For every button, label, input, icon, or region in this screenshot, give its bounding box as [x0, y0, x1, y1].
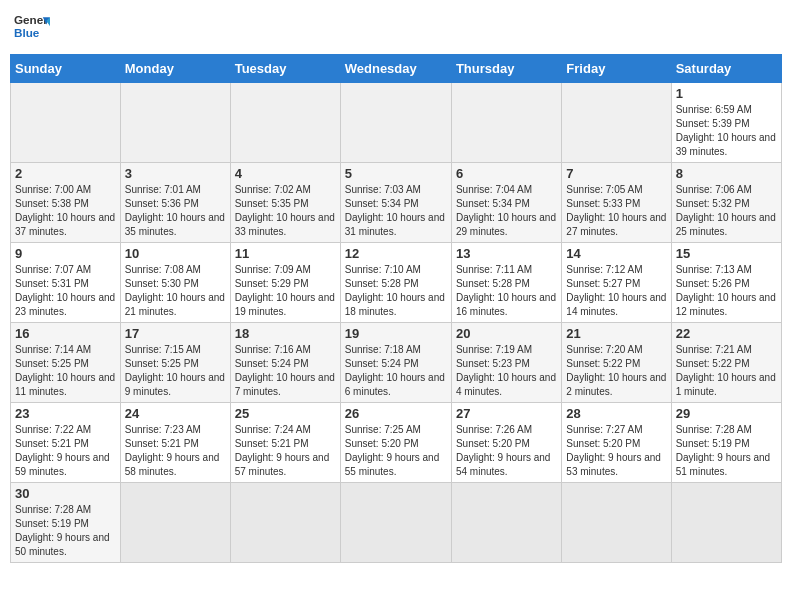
calendar-cell	[120, 83, 230, 163]
calendar-cell	[11, 83, 121, 163]
day-info: Sunrise: 6:59 AM Sunset: 5:39 PM Dayligh…	[676, 103, 777, 159]
day-number: 20	[456, 326, 557, 341]
weekday-header-tuesday: Tuesday	[230, 55, 340, 83]
day-info: Sunrise: 7:02 AM Sunset: 5:35 PM Dayligh…	[235, 183, 336, 239]
day-number: 4	[235, 166, 336, 181]
calendar-cell: 7Sunrise: 7:05 AM Sunset: 5:33 PM Daylig…	[562, 163, 671, 243]
calendar-cell: 18Sunrise: 7:16 AM Sunset: 5:24 PM Dayli…	[230, 323, 340, 403]
logo-area: General Blue	[14, 10, 50, 46]
calendar-cell: 6Sunrise: 7:04 AM Sunset: 5:34 PM Daylig…	[451, 163, 561, 243]
calendar-cell: 8Sunrise: 7:06 AM Sunset: 5:32 PM Daylig…	[671, 163, 781, 243]
day-number: 17	[125, 326, 226, 341]
day-number: 7	[566, 166, 666, 181]
calendar-cell: 2Sunrise: 7:00 AM Sunset: 5:38 PM Daylig…	[11, 163, 121, 243]
day-info: Sunrise: 7:25 AM Sunset: 5:20 PM Dayligh…	[345, 423, 447, 479]
day-number: 11	[235, 246, 336, 261]
day-info: Sunrise: 7:09 AM Sunset: 5:29 PM Dayligh…	[235, 263, 336, 319]
day-number: 15	[676, 246, 777, 261]
svg-text:Blue: Blue	[14, 26, 40, 39]
day-info: Sunrise: 7:13 AM Sunset: 5:26 PM Dayligh…	[676, 263, 777, 319]
day-number: 25	[235, 406, 336, 421]
calendar-cell	[451, 483, 561, 563]
day-info: Sunrise: 7:04 AM Sunset: 5:34 PM Dayligh…	[456, 183, 557, 239]
day-info: Sunrise: 7:03 AM Sunset: 5:34 PM Dayligh…	[345, 183, 447, 239]
calendar-cell: 10Sunrise: 7:08 AM Sunset: 5:30 PM Dayli…	[120, 243, 230, 323]
day-info: Sunrise: 7:11 AM Sunset: 5:28 PM Dayligh…	[456, 263, 557, 319]
calendar-cell: 21Sunrise: 7:20 AM Sunset: 5:22 PM Dayli…	[562, 323, 671, 403]
day-number: 30	[15, 486, 116, 501]
calendar-cell	[562, 83, 671, 163]
weekday-header-thursday: Thursday	[451, 55, 561, 83]
day-info: Sunrise: 7:19 AM Sunset: 5:23 PM Dayligh…	[456, 343, 557, 399]
day-info: Sunrise: 7:07 AM Sunset: 5:31 PM Dayligh…	[15, 263, 116, 319]
day-number: 23	[15, 406, 116, 421]
day-info: Sunrise: 7:14 AM Sunset: 5:25 PM Dayligh…	[15, 343, 116, 399]
day-info: Sunrise: 7:27 AM Sunset: 5:20 PM Dayligh…	[566, 423, 666, 479]
calendar-week-row: 30Sunrise: 7:28 AM Sunset: 5:19 PM Dayli…	[11, 483, 782, 563]
calendar-cell: 12Sunrise: 7:10 AM Sunset: 5:28 PM Dayli…	[340, 243, 451, 323]
calendar-cell: 1Sunrise: 6:59 AM Sunset: 5:39 PM Daylig…	[671, 83, 781, 163]
weekday-header-friday: Friday	[562, 55, 671, 83]
day-info: Sunrise: 7:08 AM Sunset: 5:30 PM Dayligh…	[125, 263, 226, 319]
calendar-week-row: 1Sunrise: 6:59 AM Sunset: 5:39 PM Daylig…	[11, 83, 782, 163]
day-number: 21	[566, 326, 666, 341]
day-number: 27	[456, 406, 557, 421]
weekday-header-saturday: Saturday	[671, 55, 781, 83]
day-info: Sunrise: 7:20 AM Sunset: 5:22 PM Dayligh…	[566, 343, 666, 399]
weekday-header-monday: Monday	[120, 55, 230, 83]
calendar-cell	[451, 83, 561, 163]
calendar-week-row: 2Sunrise: 7:00 AM Sunset: 5:38 PM Daylig…	[11, 163, 782, 243]
calendar-cell: 3Sunrise: 7:01 AM Sunset: 5:36 PM Daylig…	[120, 163, 230, 243]
calendar-cell: 14Sunrise: 7:12 AM Sunset: 5:27 PM Dayli…	[562, 243, 671, 323]
calendar-cell: 23Sunrise: 7:22 AM Sunset: 5:21 PM Dayli…	[11, 403, 121, 483]
day-number: 3	[125, 166, 226, 181]
day-info: Sunrise: 7:22 AM Sunset: 5:21 PM Dayligh…	[15, 423, 116, 479]
calendar-cell: 5Sunrise: 7:03 AM Sunset: 5:34 PM Daylig…	[340, 163, 451, 243]
calendar-cell: 16Sunrise: 7:14 AM Sunset: 5:25 PM Dayli…	[11, 323, 121, 403]
calendar-cell	[230, 483, 340, 563]
calendar-cell: 30Sunrise: 7:28 AM Sunset: 5:19 PM Dayli…	[11, 483, 121, 563]
day-number: 1	[676, 86, 777, 101]
weekday-header-sunday: Sunday	[11, 55, 121, 83]
calendar-week-row: 9Sunrise: 7:07 AM Sunset: 5:31 PM Daylig…	[11, 243, 782, 323]
day-number: 14	[566, 246, 666, 261]
day-number: 10	[125, 246, 226, 261]
calendar-cell: 29Sunrise: 7:28 AM Sunset: 5:19 PM Dayli…	[671, 403, 781, 483]
calendar-cell	[562, 483, 671, 563]
day-number: 5	[345, 166, 447, 181]
day-info: Sunrise: 7:21 AM Sunset: 5:22 PM Dayligh…	[676, 343, 777, 399]
day-info: Sunrise: 7:16 AM Sunset: 5:24 PM Dayligh…	[235, 343, 336, 399]
calendar-cell: 22Sunrise: 7:21 AM Sunset: 5:22 PM Dayli…	[671, 323, 781, 403]
day-number: 28	[566, 406, 666, 421]
day-info: Sunrise: 7:28 AM Sunset: 5:19 PM Dayligh…	[676, 423, 777, 479]
calendar-cell: 13Sunrise: 7:11 AM Sunset: 5:28 PM Dayli…	[451, 243, 561, 323]
day-info: Sunrise: 7:01 AM Sunset: 5:36 PM Dayligh…	[125, 183, 226, 239]
day-info: Sunrise: 7:06 AM Sunset: 5:32 PM Dayligh…	[676, 183, 777, 239]
calendar-cell: 24Sunrise: 7:23 AM Sunset: 5:21 PM Dayli…	[120, 403, 230, 483]
calendar-cell	[671, 483, 781, 563]
day-number: 18	[235, 326, 336, 341]
day-info: Sunrise: 7:05 AM Sunset: 5:33 PM Dayligh…	[566, 183, 666, 239]
header: General Blue	[10, 10, 782, 46]
calendar-cell: 17Sunrise: 7:15 AM Sunset: 5:25 PM Dayli…	[120, 323, 230, 403]
calendar-week-row: 16Sunrise: 7:14 AM Sunset: 5:25 PM Dayli…	[11, 323, 782, 403]
day-number: 19	[345, 326, 447, 341]
weekday-header-row: SundayMondayTuesdayWednesdayThursdayFrid…	[11, 55, 782, 83]
day-number: 2	[15, 166, 116, 181]
day-info: Sunrise: 7:28 AM Sunset: 5:19 PM Dayligh…	[15, 503, 116, 559]
calendar-cell	[340, 483, 451, 563]
day-number: 12	[345, 246, 447, 261]
calendar-cell: 9Sunrise: 7:07 AM Sunset: 5:31 PM Daylig…	[11, 243, 121, 323]
day-info: Sunrise: 7:10 AM Sunset: 5:28 PM Dayligh…	[345, 263, 447, 319]
day-info: Sunrise: 7:23 AM Sunset: 5:21 PM Dayligh…	[125, 423, 226, 479]
day-info: Sunrise: 7:15 AM Sunset: 5:25 PM Dayligh…	[125, 343, 226, 399]
day-number: 9	[15, 246, 116, 261]
calendar-cell	[340, 83, 451, 163]
day-number: 16	[15, 326, 116, 341]
day-number: 22	[676, 326, 777, 341]
calendar-cell: 15Sunrise: 7:13 AM Sunset: 5:26 PM Dayli…	[671, 243, 781, 323]
calendar-cell: 28Sunrise: 7:27 AM Sunset: 5:20 PM Dayli…	[562, 403, 671, 483]
calendar: SundayMondayTuesdayWednesdayThursdayFrid…	[10, 54, 782, 563]
calendar-cell	[120, 483, 230, 563]
calendar-week-row: 23Sunrise: 7:22 AM Sunset: 5:21 PM Dayli…	[11, 403, 782, 483]
